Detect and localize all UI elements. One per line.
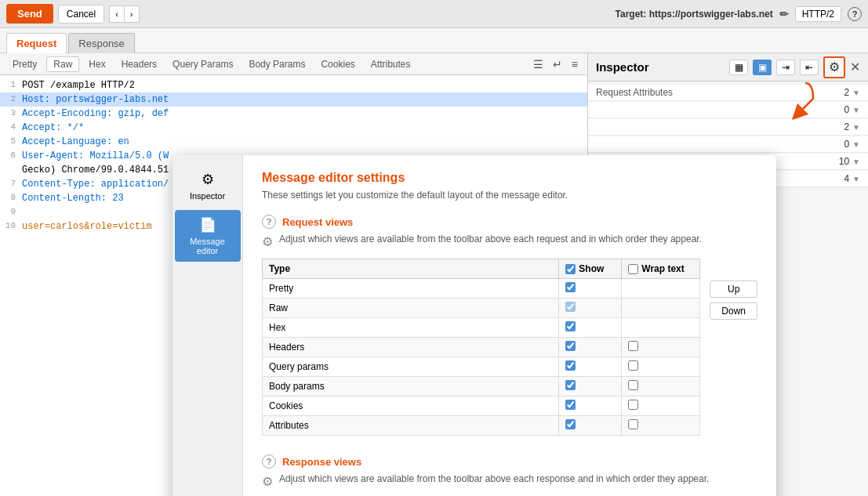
response-views-help-icon[interactable]: ? — [262, 454, 276, 469]
col-type: Type — [263, 259, 559, 279]
inspector-row-4: 0 ▼ — [588, 136, 868, 153]
pencil-icon[interactable]: ✏ — [779, 8, 789, 20]
tab-pretty[interactable]: Pretty — [6, 57, 43, 71]
headers-show-cb[interactable] — [565, 341, 576, 351]
code-line-2: 2 Host: portswigger-labs.net — [0, 92, 587, 107]
up-down-btns: Up Down — [710, 259, 757, 320]
http2-badge[interactable]: HTTP/2 — [795, 6, 841, 22]
table-row-query: Query params — [263, 357, 700, 377]
editor-icon-list[interactable]: ☰ — [530, 56, 547, 72]
attributes-wrap-cb[interactable] — [628, 419, 638, 429]
inspector-expand-btn[interactable]: ⇤ — [800, 60, 819, 75]
settings-sidebar-inspector-label: Inspector — [190, 191, 225, 201]
inspector-layout2-btn[interactable]: ▣ — [753, 60, 772, 75]
main-content: Pretty Raw Hex Headers Query Params Body… — [0, 53, 868, 496]
response-views-title: ? Response views — [262, 454, 757, 469]
query-show-cb[interactable] — [565, 360, 576, 371]
request-views-help-icon[interactable]: ? — [262, 215, 276, 229]
settings-modal-desc: These settings let you customize the def… — [262, 190, 757, 201]
chevron-down-icon-5[interactable]: ▼ — [852, 157, 860, 166]
tab-attributes[interactable]: Attributes — [365, 57, 417, 71]
target-info: Target: https://portswigger-labs.net ✏ H… — [616, 6, 862, 22]
settings-modal: ⚙ Inspector 📄 Messageeditor Message edit… — [173, 155, 776, 496]
editor-tab-icons: ☰ ↵ ≡ — [530, 56, 581, 72]
table-row-cookies: Cookies — [263, 396, 700, 416]
response-views-desc: ⚙ Adjust which views are available from … — [262, 473, 757, 489]
table-wrap: Type Show Wrap text — [262, 259, 757, 448]
response-views-section: ? Response views ⚙ Adjust which views ar… — [262, 454, 757, 489]
raw-show-cb[interactable] — [565, 302, 576, 312]
request-views-desc: ⚙ Adjust which views are available from … — [262, 234, 757, 249]
show-all-checkbox[interactable] — [565, 264, 576, 274]
settings-modal-title: Message editor settings — [262, 171, 757, 185]
headers-wrap-cb[interactable] — [628, 341, 638, 351]
nav-fwd-button[interactable]: › — [124, 5, 140, 23]
table-row-hex: Hex — [263, 318, 700, 338]
settings-content: Message editor settings These settings l… — [243, 155, 776, 496]
tab-hex[interactable]: Hex — [82, 57, 111, 71]
send-button[interactable]: Send — [6, 4, 53, 24]
editor-icon-wrap[interactable]: ↵ — [550, 56, 565, 72]
wrap-all-checkbox[interactable] — [628, 264, 638, 274]
editor-tabs: Pretty Raw Hex Headers Query Params Body… — [0, 53, 587, 75]
hex-show-cb[interactable] — [565, 321, 576, 331]
inspector-layout1-btn[interactable]: ▦ — [729, 60, 748, 75]
editor-icon-menu[interactable]: ≡ — [568, 56, 581, 72]
chevron-down-icon-6[interactable]: ▼ — [852, 175, 860, 183]
chevron-down-icon-3[interactable]: ▼ — [852, 123, 860, 132]
inspector-row-attributes: Request Attributes 2 ▼ — [588, 85, 868, 101]
cookies-show-cb[interactable] — [565, 400, 576, 410]
req-res-tabs: Request Response — [0, 28, 868, 53]
message-editor-sidebar-icon: 📄 — [199, 216, 216, 234]
up-button[interactable]: Up — [710, 281, 757, 298]
inspector-row-label: Request Attributes — [596, 87, 673, 98]
code-line-5: 5 Accept-Language: en — [0, 135, 587, 149]
request-views-title: ? Request views — [262, 215, 757, 229]
tab-headers[interactable]: Headers — [115, 57, 163, 71]
tab-raw[interactable]: Raw — [46, 56, 79, 72]
table-row-pretty: Pretty — [263, 279, 700, 299]
inspector-header: Inspector ▦ ▣ ⇥ ⇤ ⚙ ✕ — [588, 53, 868, 81]
top-toolbar: Send Cancel ‹ › Target: https://portswig… — [0, 0, 868, 28]
code-line-1: 1 POST /example HTTP/2 — [0, 78, 587, 92]
body-show-cb[interactable] — [565, 380, 576, 390]
request-views-gear-icon: ⚙ — [262, 234, 273, 249]
views-table: Type Show Wrap text — [262, 259, 700, 436]
col-wrap: Wrap text — [622, 259, 700, 279]
inspector-count: 2 — [844, 87, 849, 98]
tab-query-params[interactable]: Query Params — [166, 57, 239, 71]
chevron-down-icon-4[interactable]: ▼ — [852, 140, 860, 149]
query-wrap-cb[interactable] — [628, 360, 638, 371]
nav-back-button[interactable]: ‹ — [109, 5, 124, 23]
table-row-body: Body params — [263, 377, 700, 396]
tab-request[interactable]: Request — [6, 33, 67, 53]
col-show: Show — [559, 259, 622, 279]
settings-sidebar-inspector[interactable]: ⚙ Inspector — [175, 165, 241, 207]
pretty-show-cb[interactable] — [565, 282, 576, 292]
gear-button[interactable]: ⚙ — [823, 56, 845, 78]
down-button[interactable]: Down — [710, 302, 757, 320]
code-line-3: 3 Accept-Encoding: gzip, def — [0, 107, 587, 121]
close-button[interactable]: ✕ — [850, 60, 860, 74]
settings-sidebar-message-editor[interactable]: 📄 Messageeditor — [175, 210, 241, 262]
tab-body-params[interactable]: Body Params — [242, 57, 311, 71]
cookies-wrap-cb[interactable] — [628, 400, 638, 410]
settings-sidebar: ⚙ Inspector 📄 Messageeditor — [173, 155, 243, 496]
table-row-headers: Headers — [263, 338, 700, 357]
inspector-collapse-btn[interactable]: ⇥ — [776, 60, 795, 75]
attributes-show-cb[interactable] — [565, 419, 576, 429]
tab-response[interactable]: Response — [68, 33, 135, 53]
table-row-raw: Raw — [263, 299, 700, 318]
tab-cookies[interactable]: Cookies — [314, 57, 361, 71]
inspector-title: Inspector — [596, 60, 725, 74]
help-icon[interactable]: ? — [848, 7, 862, 21]
chevron-down-icon-2[interactable]: ▼ — [852, 106, 860, 114]
cancel-button[interactable]: Cancel — [58, 5, 104, 24]
inspector-row-3: 2 ▼ — [588, 119, 868, 136]
inspector-row-2: 0 ▼ — [588, 102, 868, 118]
body-wrap-cb[interactable] — [628, 380, 638, 390]
code-line-4: 4 Accept: */* — [0, 121, 587, 135]
response-views-gear-icon: ⚙ — [262, 474, 273, 489]
chevron-down-icon[interactable]: ▼ — [852, 89, 860, 97]
table-row-attributes: Attributes — [263, 416, 700, 436]
